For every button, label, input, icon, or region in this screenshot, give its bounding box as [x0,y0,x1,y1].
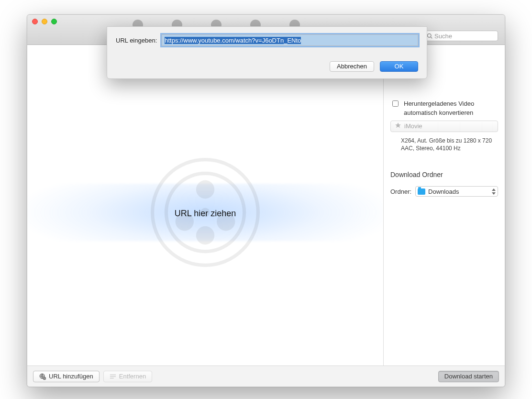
url-input-label: URL eingeben: [116,37,157,44]
folder-select[interactable]: Downloads [415,186,498,197]
drop-zone-label: URL hier ziehen [27,209,383,219]
cancel-button[interactable]: Abbrechen [330,61,374,72]
download-folder-title: Download Ordner [390,171,498,178]
folder-value: Downloads [428,188,459,195]
codec-info: X264, Aut. Größe bis zu 1280 x 720 AAC, … [401,137,498,153]
chevron-up-down-icon [491,188,497,195]
auto-convert-checkbox[interactable] [392,100,399,107]
start-download-button[interactable]: Download starten [438,371,499,382]
url-input-sheet: URL eingeben: Abbrechen OK [107,26,427,79]
svg-point-5 [196,226,214,244]
preset-label: iMovie [404,122,422,130]
svg-point-4 [196,180,214,199]
window-traffic-lights [32,19,57,24]
remove-button: Entfernen [103,371,152,382]
start-download-label: Download starten [444,373,493,380]
list-remove-icon [110,374,116,379]
minimize-window-icon[interactable] [42,19,47,24]
folder-label: Ordner: [390,188,411,195]
svg-line-1 [431,37,432,38]
ok-button[interactable]: OK [380,61,418,72]
add-url-label: URL hinzufügen [49,373,93,380]
svg-marker-9 [395,122,401,128]
preset-star-icon [395,122,401,130]
app-window: Suche URL hier ziehen [27,14,505,387]
search-placeholder: Suche [434,33,452,40]
auto-convert-label: Heruntergeladenes Video automatisch konv… [404,100,498,118]
zoom-window-icon[interactable] [51,19,57,24]
svg-point-0 [428,34,432,38]
close-window-icon[interactable] [32,19,38,24]
download-folder-row: Ordner: Downloads [390,186,498,197]
search-icon [427,33,432,39]
drop-zone[interactable]: URL hier ziehen [27,45,384,366]
codec-line: X264, Aut. Größe bis zu 1280 x 720 [401,137,498,145]
bottom-toolbar: URL hinzufügen Entfernen Download starte… [27,366,505,387]
window-body: URL hier ziehen Heruntergeladenes Video … [27,45,505,366]
globe-plus-icon [39,373,46,380]
add-url-button[interactable]: URL hinzufügen [33,371,100,382]
remove-label: Entfernen [119,373,146,380]
auto-convert-row: Heruntergeladenes Video automatisch konv… [390,100,498,118]
codec-line: AAC, Stereo, 44100 Hz [401,144,498,153]
folder-icon [418,188,425,195]
search-input[interactable]: Suche [423,31,498,41]
preset-selector[interactable]: iMovie [390,121,498,132]
svg-marker-11 [492,192,496,195]
svg-marker-10 [492,188,496,191]
url-input-field[interactable] [162,34,418,46]
side-panel: Heruntergeladenes Video automatisch konv… [384,45,505,366]
